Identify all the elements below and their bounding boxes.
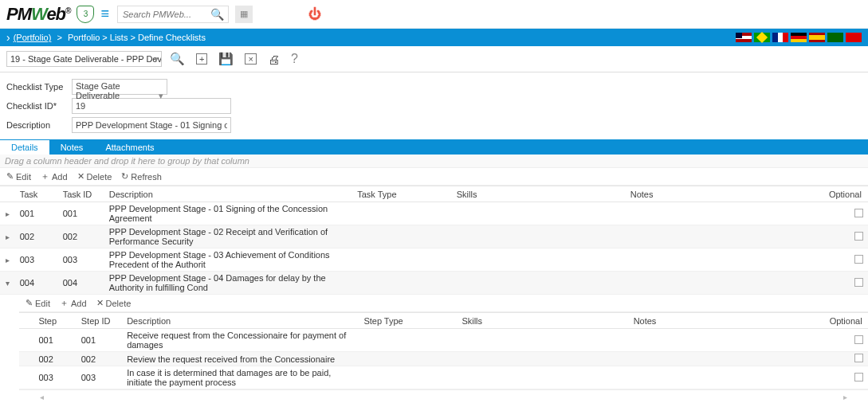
plus-icon: ＋ — [60, 297, 69, 309]
cell-description: PPP Development Stage - 02 Receipt and V… — [104, 225, 352, 248]
cell-skills — [452, 248, 626, 272]
cell-description: Receive request from the Concessionaire … — [122, 329, 359, 352]
delete-action-icon[interactable]: × — [245, 53, 256, 65]
cell-optional[interactable] — [825, 329, 868, 352]
subcol-skills[interactable]: Skills — [457, 313, 628, 329]
cell-notes — [626, 202, 824, 225]
cell-task: 002 — [15, 225, 58, 248]
cell-optional[interactable] — [824, 248, 868, 272]
subgrid-scrollbar[interactable]: ◂▸ — [19, 389, 868, 403]
cell-description: PPP Development Stage - 01 Signing of th… — [104, 202, 352, 225]
print-icon[interactable]: 🖨 — [268, 53, 280, 66]
power-icon[interactable]: ⏻ — [308, 7, 321, 22]
subcol-notes[interactable]: Notes — [629, 313, 825, 329]
search-action-icon[interactable]: 🔍 — [170, 52, 185, 66]
flag-es-icon[interactable] — [809, 33, 825, 42]
cell-stepid: 003 — [77, 366, 122, 389]
col-taskid[interactable]: Task ID — [58, 186, 104, 202]
grid-delete-button[interactable]: ✕Delete — [77, 171, 112, 182]
tab-notes[interactable]: Notes — [49, 140, 95, 155]
cell-optional[interactable] — [825, 366, 868, 389]
expand-icon[interactable]: ▸ — [0, 248, 15, 272]
breadcrumb-bar: › (Portfolio) > Portfolio > Lists > Defi… — [0, 29, 868, 46]
table-row[interactable]: ▸ 002 002 PPP Development Stage - 02 Rec… — [0, 225, 868, 248]
table-row[interactable]: ▸ 003 003 PPP Development Stage - 03 Ach… — [0, 248, 868, 272]
description-input[interactable] — [72, 117, 231, 133]
cell-optional[interactable] — [824, 202, 868, 225]
x-icon: ✕ — [96, 298, 104, 308]
expand-icon[interactable]: ▸ — [0, 225, 15, 248]
flag-de-icon[interactable] — [791, 33, 807, 42]
cell-skills — [452, 225, 626, 248]
group-by-hint: Drag a column header and drop it here to… — [0, 155, 868, 168]
flag-br-icon[interactable] — [754, 33, 770, 42]
menu-icon[interactable]: ≡ — [100, 6, 109, 22]
col-notes[interactable]: Notes — [626, 186, 824, 202]
record-selector-dropdown[interactable]: 19 - Stage Gate Deliverable - PPP Develo… — [6, 51, 162, 67]
subcol-description[interactable]: Description — [122, 313, 359, 329]
checklist-type-select[interactable]: Stage Gate Deliverable — [72, 79, 167, 95]
search-icon[interactable]: 🔍 — [210, 8, 224, 21]
col-task[interactable]: Task — [15, 186, 58, 202]
cell-optional[interactable] — [824, 225, 868, 248]
table-row[interactable]: 001 001 Receive request from the Concess… — [19, 329, 868, 352]
cell-step: 002 — [33, 352, 76, 366]
cell-taskid: 002 — [58, 225, 104, 248]
tab-details[interactable]: Details — [0, 140, 49, 155]
subcol-steptype[interactable]: Step Type — [359, 313, 457, 329]
add-action-icon[interactable]: + — [196, 53, 207, 65]
flag-fr-icon[interactable] — [772, 33, 788, 42]
flag-sa-icon[interactable] — [827, 33, 843, 42]
cell-description: In case it is determined that damages ar… — [122, 366, 359, 389]
cell-task: 003 — [15, 248, 58, 272]
table-row[interactable]: 002 002 Review the request received from… — [19, 352, 868, 366]
subcol-optional[interactable]: Optional — [825, 313, 868, 329]
grid-refresh-button[interactable]: ↻Refresh — [121, 171, 162, 182]
calendar-icon[interactable]: ▦ — [235, 6, 253, 23]
col-description[interactable]: Description — [104, 186, 352, 202]
table-row[interactable]: ▸ 001 001 PPP Development Stage - 01 Sig… — [0, 202, 868, 225]
breadcrumb-home[interactable]: (Portfolio) — [14, 33, 52, 42]
tasks-grid: Task Task ID Description Task Type Skill… — [0, 186, 868, 403]
subgrid-add-button[interactable]: ＋Add — [60, 297, 87, 309]
subgrid-delete-button[interactable]: ✕Delete — [96, 298, 132, 308]
col-skills[interactable]: Skills — [452, 186, 626, 202]
cell-notes — [626, 248, 824, 272]
col-tasktype[interactable]: Task Type — [352, 186, 452, 202]
expand-icon[interactable]: ▸ — [0, 202, 15, 225]
refresh-icon: ↻ — [121, 171, 128, 182]
cell-task: 004 — [15, 272, 58, 295]
flag-cn-icon[interactable] — [846, 33, 862, 42]
col-optional[interactable]: Optional — [824, 186, 868, 202]
breadcrumb-chevron-icon[interactable]: › — [6, 31, 10, 44]
description-label: Description — [6, 120, 72, 130]
expand-icon[interactable]: ▾ — [0, 272, 15, 295]
cell-skills — [452, 272, 626, 295]
table-row[interactable]: 003 003 In case it is determined that da… — [19, 366, 868, 389]
cell-skills — [452, 202, 626, 225]
subgrid-edit-button[interactable]: ✎Edit — [26, 298, 50, 308]
grid-edit-button[interactable]: ✎Edit — [6, 171, 31, 182]
flag-us-icon[interactable] — [736, 33, 752, 42]
cell-tasktype — [352, 225, 452, 248]
cell-optional[interactable] — [824, 272, 868, 295]
form-area: Checklist Type Stage Gate Deliverable Ch… — [0, 72, 868, 139]
help-icon[interactable]: ? — [291, 52, 298, 66]
steps-grid: Step Step ID Description Step Type Skill… — [19, 312, 868, 389]
cell-step: 001 — [33, 329, 76, 352]
grid-add-button[interactable]: ＋Add — [41, 170, 68, 182]
cell-step: 003 — [33, 366, 76, 389]
cell-taskid: 003 — [58, 248, 104, 272]
tabs-bar: Details Notes Attachments — [0, 139, 868, 155]
tab-attachments[interactable]: Attachments — [94, 140, 165, 155]
checklist-id-input[interactable] — [72, 98, 231, 114]
cell-description: PPP Development Stage - 04 Damages for d… — [104, 272, 352, 295]
table-row[interactable]: ▾ 004 004 PPP Development Stage - 04 Dam… — [0, 272, 868, 295]
save-icon[interactable]: 💾 — [218, 52, 234, 66]
shield-badge[interactable]: 3 — [77, 6, 94, 23]
x-icon: ✕ — [77, 171, 84, 182]
cell-optional[interactable] — [825, 352, 868, 366]
pencil-icon: ✎ — [6, 171, 14, 182]
subcol-stepid[interactable]: Step ID — [77, 313, 122, 329]
subcol-step[interactable]: Step — [33, 313, 76, 329]
